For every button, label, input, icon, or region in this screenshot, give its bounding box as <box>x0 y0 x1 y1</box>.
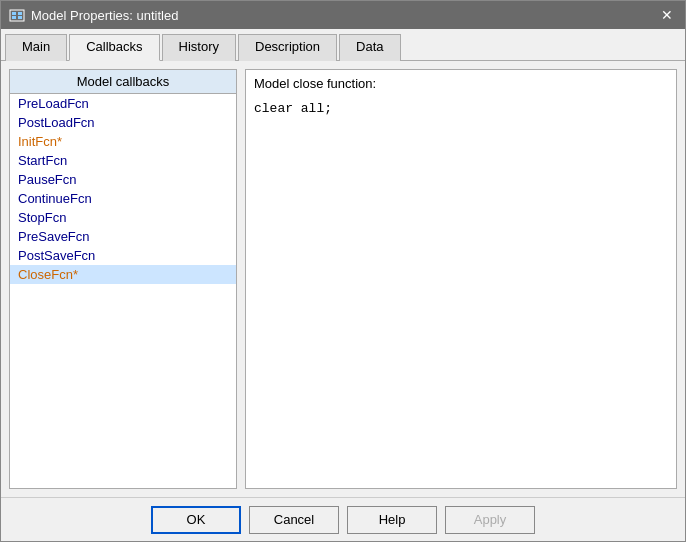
right-panel: Model close function: clear all; <box>245 69 677 489</box>
callback-item-preloadfcn[interactable]: PreLoadFcn <box>10 94 236 113</box>
window-title: Model Properties: untitled <box>31 8 178 23</box>
title-bar: Model Properties: untitled ✕ <box>1 1 685 29</box>
callback-item-stopfcn[interactable]: StopFcn <box>10 208 236 227</box>
callback-item-pausefcn[interactable]: PauseFcn <box>10 170 236 189</box>
cancel-button[interactable]: Cancel <box>249 506 339 534</box>
svg-rect-4 <box>18 16 22 19</box>
tab-callbacks[interactable]: Callbacks <box>69 34 159 61</box>
svg-rect-0 <box>10 10 24 21</box>
tab-bar: Main Callbacks History Description Data <box>1 29 685 61</box>
content-area: Model callbacks PreLoadFcn PostLoadFcn I… <box>1 61 685 497</box>
tab-history[interactable]: History <box>162 34 236 61</box>
callback-item-initfcn[interactable]: InitFcn* <box>10 132 236 151</box>
svg-rect-1 <box>12 12 16 15</box>
callback-list: PreLoadFcn PostLoadFcn InitFcn* StartFcn… <box>10 94 236 488</box>
button-bar: OK Cancel Help Apply <box>1 497 685 541</box>
model-icon <box>9 7 25 23</box>
callback-item-postloadfcn[interactable]: PostLoadFcn <box>10 113 236 132</box>
callback-item-startfcn[interactable]: StartFcn <box>10 151 236 170</box>
tab-data[interactable]: Data <box>339 34 400 61</box>
tab-main[interactable]: Main <box>5 34 67 61</box>
title-bar-left: Model Properties: untitled <box>9 7 178 23</box>
close-button[interactable]: ✕ <box>657 5 677 25</box>
callback-item-continuefcn[interactable]: ContinueFcn <box>10 189 236 208</box>
callback-item-closefcn[interactable]: CloseFcn* <box>10 265 236 284</box>
left-panel: Model callbacks PreLoadFcn PostLoadFcn I… <box>9 69 237 489</box>
svg-rect-2 <box>18 12 22 15</box>
svg-rect-3 <box>12 16 16 19</box>
apply-button[interactable]: Apply <box>445 506 535 534</box>
right-panel-content[interactable]: clear all; <box>246 97 676 488</box>
tab-description[interactable]: Description <box>238 34 337 61</box>
right-panel-header: Model close function: <box>246 70 676 97</box>
callback-item-presavefcn[interactable]: PreSaveFcn <box>10 227 236 246</box>
left-panel-header: Model callbacks <box>10 70 236 94</box>
help-button[interactable]: Help <box>347 506 437 534</box>
ok-button[interactable]: OK <box>151 506 241 534</box>
callback-item-postsavefcn[interactable]: PostSaveFcn <box>10 246 236 265</box>
main-window: Model Properties: untitled ✕ Main Callba… <box>0 0 686 542</box>
